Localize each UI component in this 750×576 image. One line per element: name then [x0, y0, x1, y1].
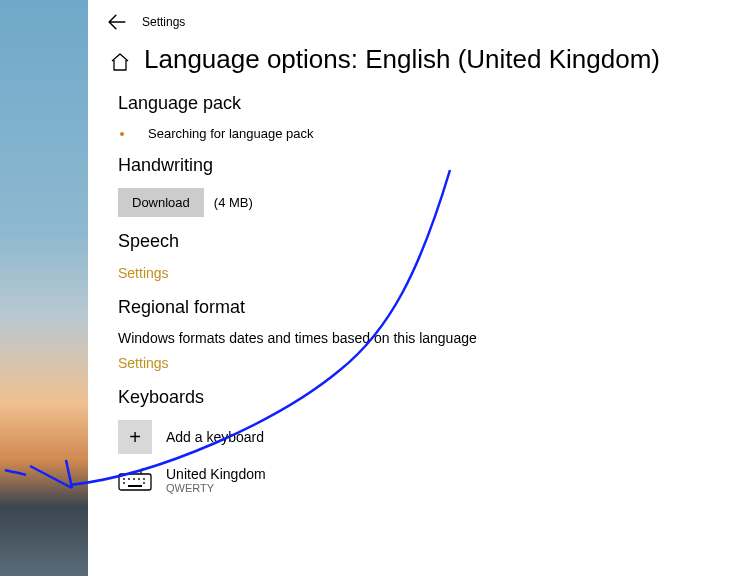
language-pack-heading: Language pack — [118, 93, 750, 114]
keyboard-icon — [118, 467, 152, 493]
home-icon[interactable] — [110, 52, 130, 72]
loading-dot-icon — [120, 132, 124, 136]
regional-format-description: Windows formats dates and times based on… — [118, 330, 750, 346]
back-arrow-icon[interactable] — [108, 13, 126, 31]
svg-rect-8 — [128, 485, 142, 487]
speech-heading: Speech — [118, 231, 750, 252]
handwriting-heading: Handwriting — [118, 155, 750, 176]
svg-point-2 — [128, 478, 130, 480]
svg-point-4 — [138, 478, 140, 480]
regional-settings-link[interactable]: Settings — [118, 355, 169, 371]
add-keyboard-label: Add a keyboard — [166, 429, 264, 445]
regional-format-heading: Regional format — [118, 297, 750, 318]
settings-window: Settings Language options: English (Unit… — [88, 0, 750, 576]
keyboard-layout: QWERTY — [166, 482, 266, 494]
svg-point-5 — [143, 478, 145, 480]
add-keyboard-button[interactable]: + Add a keyboard — [118, 420, 750, 454]
svg-point-6 — [123, 482, 125, 484]
keyboard-item[interactable]: United Kingdom QWERTY — [118, 466, 750, 494]
svg-rect-0 — [119, 474, 151, 490]
language-pack-status-row: Searching for language pack — [118, 126, 750, 141]
download-button[interactable]: Download — [118, 188, 204, 217]
keyboard-name: United Kingdom — [166, 466, 266, 482]
svg-point-7 — [143, 482, 145, 484]
plus-icon: + — [118, 420, 152, 454]
download-size: (4 MB) — [214, 195, 253, 210]
app-title: Settings — [142, 15, 185, 29]
keyboards-heading: Keyboards — [118, 387, 750, 408]
language-pack-status: Searching for language pack — [148, 126, 314, 141]
speech-settings-link[interactable]: Settings — [118, 265, 169, 281]
svg-point-3 — [133, 478, 135, 480]
page-title: Language options: English (United Kingdo… — [144, 44, 660, 75]
desktop-background-strip — [0, 0, 88, 576]
svg-point-1 — [123, 478, 125, 480]
